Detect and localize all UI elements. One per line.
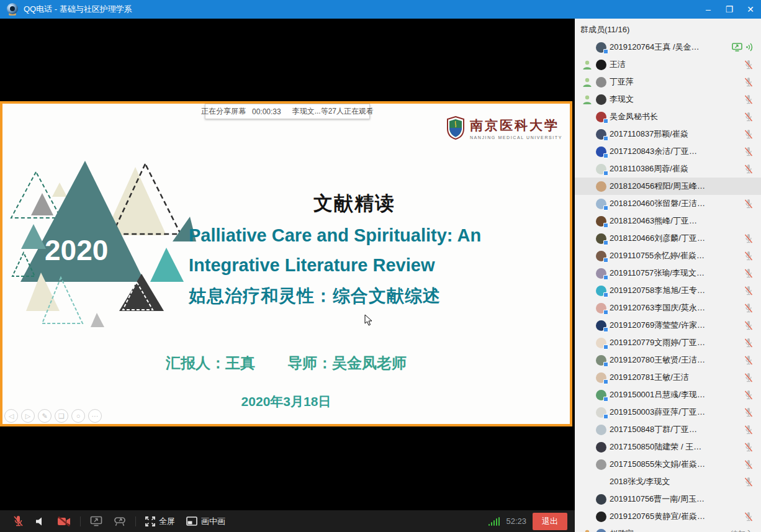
member-avatar	[596, 268, 606, 279]
mic-muted-icon[interactable]	[744, 477, 753, 487]
exit-call-button[interactable]: 退出	[533, 513, 567, 530]
member-row[interactable]: 2019110756曹一南/周玉…	[575, 490, 761, 508]
prev-slide-button[interactable]: ◁	[4, 409, 18, 423]
member-row[interactable]: 2017110837邢颖/崔焱	[575, 125, 761, 143]
member-list: 2019120764王真 /吴金…王洁丁亚萍李现文吴金凤秘书长201711083…	[575, 38, 761, 532]
member-avatar	[596, 216, 606, 227]
camera-off-icon	[57, 516, 71, 526]
member-row[interactable]: 2018120456程阳/周玉峰…	[575, 178, 761, 195]
member-row[interactable]: 2019120780王敏贤/王洁…	[575, 351, 761, 369]
mic-muted-icon[interactable]	[744, 512, 753, 522]
member-row[interactable]: 李现文	[575, 91, 761, 108]
member-name: 李现文	[610, 94, 634, 105]
member-row[interactable]: 王洁	[575, 56, 761, 73]
sharing-screen-icon	[732, 43, 742, 52]
member-row[interactable]: 2019120758李旭旭/王专…	[575, 282, 761, 299]
fullscreen-label: 全屏	[159, 516, 175, 527]
member-avatar	[596, 233, 606, 244]
mic-muted-icon[interactable]	[744, 320, 753, 331]
member-row[interactable]: 2018120466刘彦麟/丁亚…	[575, 230, 761, 247]
member-name: 赵雅宣	[610, 528, 634, 532]
maximize-button[interactable]: ❐	[719, 0, 740, 19]
zoom-tool-button[interactable]: ○	[71, 409, 85, 423]
titlebar: QQ电话 - 基础与社区护理学系 – ❐ ✕	[0, 0, 761, 19]
mic-muted-icon[interactable]	[744, 129, 753, 140]
pen-tool-button[interactable]: ✎	[38, 409, 52, 423]
mic-muted-icon[interactable]	[744, 60, 753, 70]
mic-muted-icon[interactable]	[744, 77, 753, 88]
member-name: 2019110757张瑜/李现文…	[610, 268, 705, 279]
mic-muted-icon[interactable]	[744, 286, 753, 296]
member-name: 吴金凤秘书长	[610, 111, 658, 122]
mic-muted-icon[interactable]	[744, 442, 753, 453]
sharing-label: 正在分享屏幕	[201, 106, 246, 117]
member-row[interactable]: 2017150855朱文娟/崔焱…	[575, 456, 761, 473]
device-badge	[603, 397, 608, 402]
close-button[interactable]: ✕	[740, 0, 761, 19]
share-screen-button[interactable]	[84, 510, 108, 532]
member-row[interactable]: 吴金凤秘书长	[575, 108, 761, 125]
member-row[interactable]: 2018110386周蓉/崔焱	[575, 160, 761, 178]
member-row[interactable]: 2018120460张留磐/王洁…	[575, 195, 761, 212]
member-row[interactable]: 2019110755余忆婷/崔焱…	[575, 247, 761, 264]
device-badge	[603, 240, 608, 245]
member-row[interactable]: 2017150850陆建荣 / 王…	[575, 438, 761, 456]
mic-muted-icon[interactable]	[744, 94, 753, 105]
member-avatar	[596, 459, 606, 470]
member-row[interactable]: 丁亚萍	[575, 73, 761, 91]
pending-join-label: 待加入	[731, 529, 753, 532]
slide-subtitle-cn: 姑息治疗和灵性：综合文献综述	[189, 284, 520, 308]
member-row[interactable]: 2019120769薄莹莹/许家…	[575, 317, 761, 334]
member-row[interactable]: 2018120463熊峰/丁亚…	[575, 212, 761, 230]
member-row[interactable]: 2018张戈/李现文	[575, 473, 761, 490]
member-row[interactable]: 2017150848丁群/丁亚…	[575, 421, 761, 438]
fullscreen-button[interactable]: 全屏	[140, 510, 181, 532]
microphone-muted-button[interactable]	[7, 510, 29, 532]
member-name: 2019110756曹一南/周玉…	[610, 494, 705, 505]
member-row[interactable]: 2019150001吕慧彧/李现…	[575, 386, 761, 404]
present-mode-button[interactable]	[108, 510, 132, 532]
next-slide-button[interactable]: ▷	[21, 409, 35, 423]
more-tools-button[interactable]: ⋯	[88, 409, 102, 423]
mic-muted-icon[interactable]	[744, 425, 753, 435]
mic-muted-icon[interactable]	[744, 164, 753, 174]
university-name-en: NANJING MEDICAL UNIVERSITY	[470, 135, 562, 140]
mic-muted-icon[interactable]	[744, 407, 753, 418]
university-shield-icon	[446, 116, 465, 140]
member-row[interactable]: 赵雅宣待加入	[575, 525, 761, 532]
mic-muted-icon[interactable]	[744, 147, 753, 157]
mic-muted-icon[interactable]	[744, 459, 753, 470]
member-row[interactable]: 2019120763李国庆/莫永…	[575, 299, 761, 317]
mic-muted-icon[interactable]	[744, 112, 753, 122]
mic-muted-icon[interactable]	[744, 233, 753, 244]
mic-muted-icon[interactable]	[744, 303, 753, 313]
person-status-icon	[582, 77, 592, 88]
mic-muted-icon[interactable]	[744, 355, 753, 366]
mic-muted-icon[interactable]	[744, 390, 753, 400]
mic-muted-icon[interactable]	[744, 372, 753, 383]
pip-button[interactable]: 画中画	[181, 510, 231, 532]
mic-muted-icon[interactable]	[744, 251, 753, 261]
projector-icon	[114, 516, 126, 526]
member-row[interactable]: 2019120764王真 /吴金…	[575, 38, 761, 56]
member-avatar	[596, 286, 606, 296]
device-badge	[603, 49, 608, 54]
member-row[interactable]: 2019120779文雨婷/丁亚…	[575, 334, 761, 351]
slide-panel-button[interactable]: ❏	[55, 409, 68, 423]
speaker-button[interactable]	[29, 510, 52, 532]
mic-muted-icon[interactable]	[744, 338, 753, 348]
member-row[interactable]: 2019120781王敏/王洁	[575, 369, 761, 386]
member-row[interactable]: 2019110757张瑜/李现文…	[575, 264, 761, 282]
member-row[interactable]: 2019120765黄静宜/崔焱…	[575, 508, 761, 525]
mic-muted-icon[interactable]	[744, 268, 753, 279]
member-row[interactable]: 2017120843余洁/丁亚…	[575, 143, 761, 160]
member-avatar	[596, 112, 606, 122]
mic-muted-icon[interactable]	[744, 199, 753, 209]
member-row[interactable]: 2019150003薛亚萍/丁亚…	[575, 404, 761, 421]
camera-off-button[interactable]	[52, 510, 76, 532]
university-logo: 南京医科大学 NANJING MEDICAL UNIVERSITY	[446, 116, 562, 140]
device-badge	[603, 119, 608, 124]
qq-call-app-icon	[6, 3, 19, 16]
minimize-button[interactable]: –	[698, 0, 719, 19]
member-avatar	[596, 60, 606, 70]
